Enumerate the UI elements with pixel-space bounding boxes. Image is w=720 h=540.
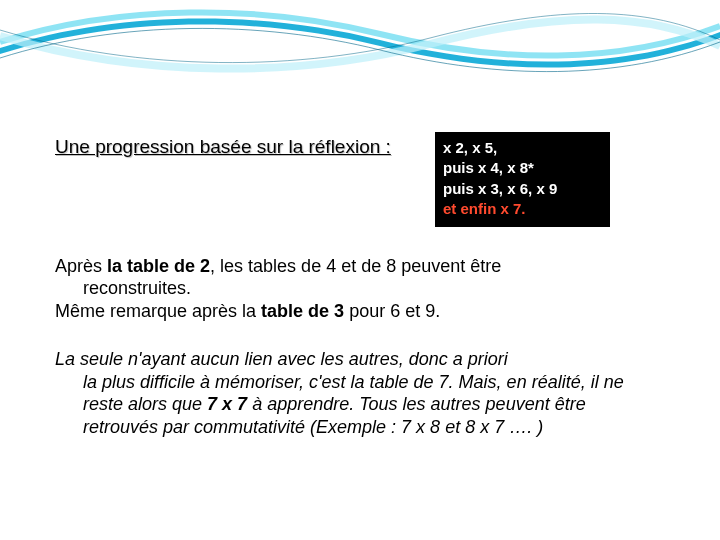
p1-t4: reconstruites. [55, 277, 665, 300]
p2-t3: 7 x 7 [207, 394, 247, 414]
paragraph-2: La seule n'ayant aucun lien avec les aut… [55, 348, 665, 438]
p2-t1: La seule n'ayant aucun lien avec les aut… [55, 349, 508, 369]
slide-content: Une progression basée sur la réflexion :… [0, 0, 720, 438]
p1-t2: la table de 2 [107, 256, 210, 276]
p1-t5: Même remarque après la [55, 301, 261, 321]
p1-t3: , les tables de 4 et de 8 peuvent être [210, 256, 501, 276]
p1-t7: pour 6 et 9. [349, 301, 440, 321]
slide-heading: Une progression basée sur la réflexion : [55, 135, 665, 159]
p1-t6: table de 3 [261, 301, 349, 321]
p1-t1: Après [55, 256, 107, 276]
p2-block: la plus difficile à mémoriser, c'est la … [55, 371, 665, 439]
paragraph-1: Après la table de 2, les tables de 4 et … [55, 255, 665, 323]
